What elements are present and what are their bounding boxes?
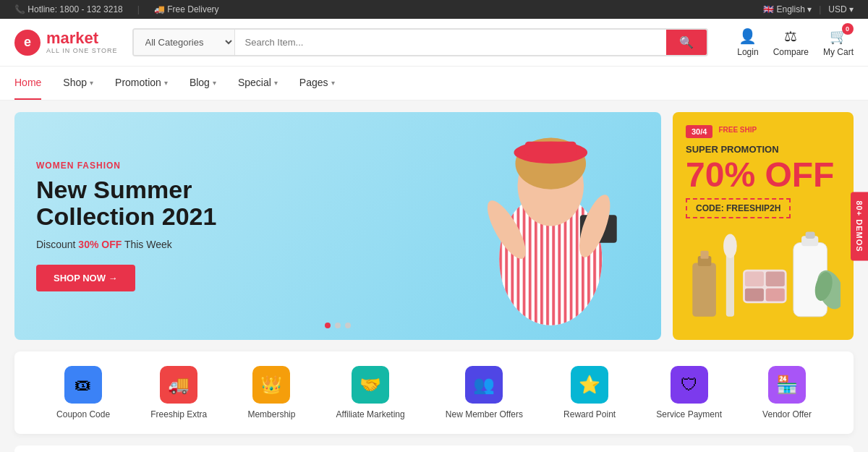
svg-rect-21 bbox=[745, 289, 764, 302]
banner-subtitle: WOMEN FASHION bbox=[36, 161, 216, 171]
compare-icon: ⚖ bbox=[784, 27, 797, 45]
currency-selector[interactable]: USD ▾ bbox=[828, 4, 854, 14]
topbar-left: 📞 Hotline: 1800 - 132 3218 | 🚚 Free Deli… bbox=[14, 4, 219, 14]
new-member-icon: 👥 bbox=[465, 366, 503, 404]
special-arrow: ▾ bbox=[274, 79, 278, 87]
hotline: 📞 Hotline: 1800 - 132 3218 bbox=[14, 4, 123, 14]
dot-3[interactable] bbox=[345, 323, 351, 328]
banner-title: New Summer Collection 2021 bbox=[36, 176, 216, 231]
navbar: Home Shop ▾ Promotion ▾ Blog ▾ Special ▾… bbox=[0, 67, 868, 101]
svg-rect-13 bbox=[692, 263, 716, 316]
feature-freeship[interactable]: 🚚 Freeship Extra bbox=[150, 366, 207, 419]
nav-item-home[interactable]: Home bbox=[14, 67, 41, 100]
category-select[interactable]: All Categories bbox=[134, 30, 235, 55]
reward-icon: ⭐ bbox=[571, 366, 608, 404]
header-actions: 👤 Login ⚖ Compare 🛒 0 My Cart bbox=[737, 27, 854, 57]
side-code-box: CODE: FREESHIP2H bbox=[686, 198, 791, 218]
feature-membership[interactable]: 👑 Membership bbox=[247, 366, 295, 419]
demos-tab[interactable]: 80+ DEMOS bbox=[851, 192, 868, 260]
feature-coupon[interactable]: 🎟 Coupon Code bbox=[56, 366, 110, 419]
topbar-right: 🇬🇧 English ▾ | USD ▾ bbox=[763, 4, 854, 14]
dot-2[interactable] bbox=[335, 323, 341, 328]
vendor-icon: 🏪 bbox=[768, 366, 806, 404]
login-link[interactable]: 👤 Login bbox=[737, 27, 758, 57]
svg-rect-19 bbox=[745, 271, 764, 286]
user-icon: 👤 bbox=[739, 27, 757, 45]
banner-dots bbox=[325, 323, 351, 328]
free-ship-label: FREE SHIP bbox=[718, 126, 757, 134]
header: e market all in one store All Categories… bbox=[0, 19, 868, 67]
search-button[interactable]: 🔍 bbox=[666, 30, 707, 55]
blog-arrow: ▾ bbox=[213, 79, 216, 87]
logo-name: market bbox=[46, 30, 118, 47]
nav-item-blog[interactable]: Blog ▾ bbox=[190, 67, 216, 100]
freeship-label: Freeship Extra bbox=[150, 409, 207, 419]
main-banner: WOMEN FASHION New Summer Collection 2021… bbox=[14, 112, 661, 340]
logo-sub: all in one store bbox=[46, 48, 118, 55]
feature-new-member[interactable]: 👥 New Member Offers bbox=[446, 366, 523, 419]
svg-rect-20 bbox=[766, 271, 785, 286]
svg-rect-16 bbox=[726, 250, 734, 317]
feature-affiliate[interactable]: 🤝 Affiliate Marketing bbox=[336, 366, 405, 419]
service-label: Service Payment bbox=[656, 409, 722, 419]
bottom-navigation: ‹ › bbox=[14, 445, 854, 452]
affiliate-icon: 🤝 bbox=[352, 366, 389, 404]
logo[interactable]: e market all in one store bbox=[14, 30, 118, 56]
cart-badge: 0 bbox=[842, 23, 854, 35]
svg-rect-25 bbox=[806, 232, 815, 239]
promotion-arrow: ▾ bbox=[164, 79, 168, 87]
search-input[interactable] bbox=[235, 30, 667, 55]
compare-link[interactable]: ⚖ Compare bbox=[773, 27, 809, 57]
vendor-label: Vendor Offer bbox=[762, 409, 812, 419]
side-banner: 30/4 FREE SHIP SUPER PROMOTION 70% OFF C… bbox=[673, 112, 854, 340]
cart-link[interactable]: 🛒 0 My Cart bbox=[823, 27, 854, 57]
search-area: All Categories 🔍 bbox=[132, 28, 709, 56]
membership-icon: 👑 bbox=[252, 366, 290, 404]
new-member-label: New Member Offers bbox=[446, 409, 523, 419]
hero-section: WOMEN FASHION New Summer Collection 2021… bbox=[0, 101, 868, 351]
nav-item-special[interactable]: Special ▾ bbox=[238, 67, 278, 100]
cart-icon: 🛒 0 bbox=[830, 27, 848, 45]
feature-service[interactable]: 🛡 Service Payment bbox=[656, 366, 722, 419]
features-bar: 🎟 Coupon Code 🚚 Freeship Extra 👑 Members… bbox=[14, 351, 854, 434]
banner-content: WOMEN FASHION New Summer Collection 2021… bbox=[36, 161, 216, 292]
coupon-icon: 🎟 bbox=[64, 366, 102, 404]
topbar: 📞 Hotline: 1800 - 132 3218 | 🚚 Free Deli… bbox=[0, 0, 868, 19]
service-icon: 🛡 bbox=[671, 366, 708, 404]
feature-reward[interactable]: ⭐ Reward Point bbox=[563, 366, 616, 419]
pages-arrow: ▾ bbox=[331, 79, 335, 87]
free-delivery: 🚚 Free Delivery bbox=[154, 4, 219, 14]
nav-item-pages[interactable]: Pages ▾ bbox=[299, 67, 335, 100]
side-products bbox=[686, 226, 841, 327]
nav-item-shop[interactable]: Shop ▾ bbox=[63, 67, 93, 100]
svg-rect-15 bbox=[700, 251, 708, 259]
banner-discount: Discount 30% OFF This Week bbox=[36, 239, 216, 250]
logo-text: market all in one store bbox=[46, 30, 118, 54]
svg-point-17 bbox=[723, 234, 737, 257]
logo-icon: e bbox=[14, 30, 41, 56]
affiliate-label: Affiliate Marketing bbox=[336, 409, 405, 419]
dot-1[interactable] bbox=[325, 323, 331, 328]
svg-rect-22 bbox=[766, 289, 785, 302]
coupon-label: Coupon Code bbox=[56, 409, 110, 419]
side-products-svg bbox=[686, 226, 841, 327]
membership-label: Membership bbox=[247, 409, 295, 419]
side-promo-title: SUPER PROMOTION bbox=[686, 144, 841, 155]
banner-person bbox=[305, 112, 661, 340]
freeship-icon: 🚚 bbox=[160, 366, 197, 404]
feature-vendor[interactable]: 🏪 Vendor Offer bbox=[762, 366, 812, 419]
side-percent: 70% OFF bbox=[686, 158, 841, 192]
date-tag: 30/4 bbox=[686, 125, 712, 138]
shop-now-button[interactable]: SHOP NOW → bbox=[36, 265, 135, 291]
nav-item-promotion[interactable]: Promotion ▾ bbox=[115, 67, 168, 100]
person-svg bbox=[305, 112, 661, 340]
shop-arrow: ▾ bbox=[90, 79, 93, 87]
reward-label: Reward Point bbox=[563, 409, 616, 419]
language-selector[interactable]: 🇬🇧 English ▾ bbox=[763, 4, 812, 14]
svg-rect-7 bbox=[525, 142, 576, 156]
